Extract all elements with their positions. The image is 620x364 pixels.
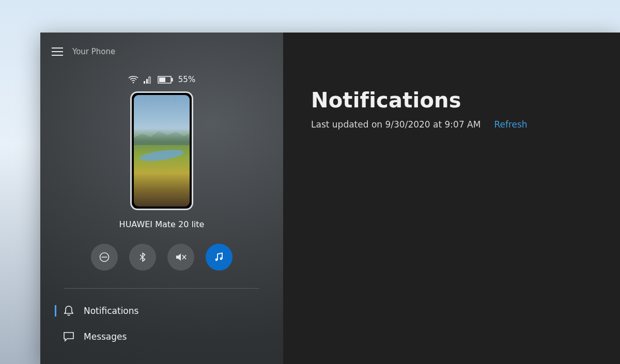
sidebar-nav: Notifications Messages	[40, 293, 283, 355]
app-window: Your Phone	[40, 33, 620, 364]
svg-rect-3	[149, 77, 150, 84]
sidebar: Your Phone	[40, 33, 283, 364]
phone-preview[interactable]	[40, 91, 283, 210]
music-button[interactable]	[206, 244, 233, 271]
mute-button[interactable]	[167, 244, 194, 271]
main-panel: Notifications Last updated on 9/30/2020 …	[283, 33, 620, 364]
nav-item-messages[interactable]: Messages	[40, 324, 283, 350]
hamburger-menu-icon[interactable]	[52, 48, 63, 56]
page-title: Notifications	[311, 88, 592, 112]
svg-rect-6	[172, 78, 173, 82]
nav-item-notifications[interactable]: Notifications	[40, 298, 283, 324]
bluetooth-button[interactable]	[129, 244, 156, 271]
svg-point-11	[215, 259, 218, 261]
refresh-link[interactable]: Refresh	[494, 119, 527, 130]
last-updated-text: Last updated on 9/30/2020 at 9:07 AM	[311, 119, 481, 130]
battery-icon	[158, 76, 173, 84]
subtitle-row: Last updated on 9/30/2020 at 9:07 AM Ref…	[311, 119, 592, 130]
volume-mute-icon	[175, 251, 187, 263]
dnd-button[interactable]	[91, 244, 118, 271]
quick-actions	[40, 244, 283, 271]
svg-rect-1	[144, 81, 145, 84]
chat-icon	[63, 331, 74, 342]
device-name: HUAWEI Mate 20 lite	[40, 219, 283, 229]
music-note-icon	[213, 251, 225, 263]
svg-point-12	[220, 258, 223, 260]
app-title: Your Phone	[72, 47, 115, 56]
signal-icon	[144, 76, 152, 84]
titlebar: Your Phone	[40, 33, 283, 61]
bluetooth-icon	[137, 251, 148, 263]
svg-rect-2	[146, 79, 148, 84]
sidebar-divider	[64, 288, 259, 289]
bell-icon	[63, 305, 74, 316]
svg-rect-5	[159, 77, 165, 82]
phone-status-bar: 55%	[40, 75, 283, 84]
wifi-icon	[128, 75, 138, 84]
nav-label: Notifications	[84, 306, 138, 316]
nav-label: Messages	[84, 331, 127, 342]
do-not-disturb-icon	[99, 251, 110, 263]
svg-point-0	[133, 82, 134, 84]
battery-percent: 55%	[178, 75, 195, 84]
